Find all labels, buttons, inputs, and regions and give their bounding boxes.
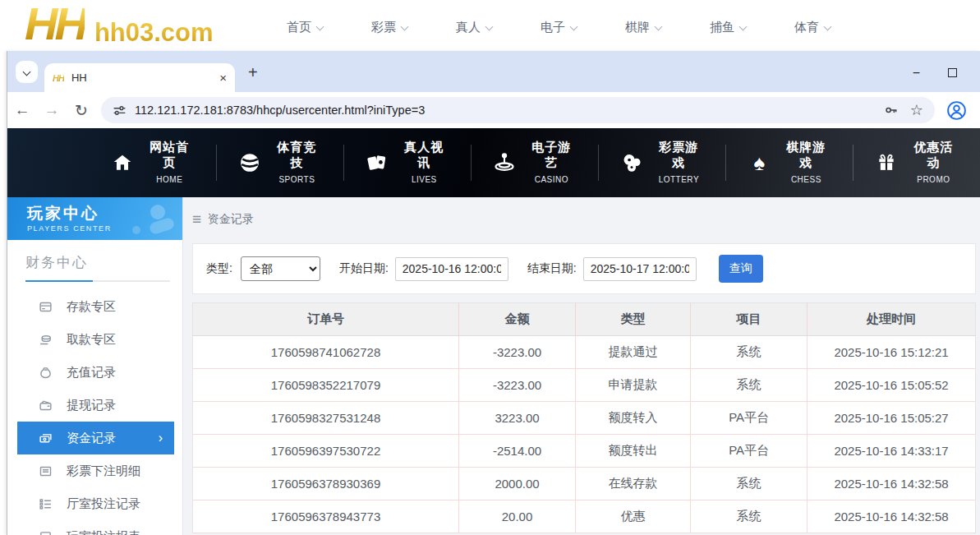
- breadcrumb: ≡ 资金记录: [192, 212, 976, 227]
- tab-search-button[interactable]: [16, 61, 38, 83]
- report-chart-icon: [39, 530, 53, 535]
- col-project: 项目: [691, 303, 807, 336]
- table-row: 17605963789303692000.00在线存款系统2025-10-16 …: [193, 468, 976, 500]
- search-button[interactable]: 查询: [719, 255, 763, 283]
- browser-tab-bar: HH HH × + −: [7, 51, 980, 92]
- sidebar-menu: 存款专区 取款专区 充值记录 提现记录 资金记录 ›: [7, 290, 182, 535]
- bookmark-star-icon[interactable]: ☆: [910, 101, 923, 119]
- hand-money-icon: [39, 333, 53, 347]
- sidebar: 玩家中心 PLAYERS CENTER 财务中心 存款专区 取款专区: [7, 197, 183, 535]
- game-nav-casino[interactable]: 电子游艺CASINO: [471, 145, 598, 181]
- logo-hh-text: HH: [25, 0, 85, 48]
- sidebar-item-withdrawal-record[interactable]: 提现记录: [17, 389, 174, 422]
- browser-tab[interactable]: HH HH ×: [44, 63, 235, 92]
- site-nav-lottery[interactable]: 彩票: [347, 20, 432, 35]
- browser-url-bar: ← → ↻ 112.121.172.181:8783/hhcp/usercent…: [7, 92, 980, 128]
- gift-icon: [875, 150, 899, 175]
- spade-icon: ♠: [748, 150, 771, 175]
- site-nav-fishing[interactable]: 捕鱼: [686, 20, 771, 35]
- game-nav-home[interactable]: 网站首页HOME: [90, 145, 216, 181]
- chevron-down-icon: [739, 22, 748, 30]
- site-nav-chess[interactable]: 棋牌: [601, 20, 686, 35]
- sidebar-item-deposit[interactable]: 存款专区: [17, 290, 174, 323]
- section-divider: [25, 280, 170, 282]
- browser-window: HH HH × + − ← → ↻ 112.121.172.181:8783/h…: [7, 51, 980, 535]
- type-label: 类型:: [206, 261, 232, 276]
- new-tab-button[interactable]: +: [248, 63, 258, 82]
- tab-close-icon[interactable]: ×: [219, 71, 227, 85]
- menu-icon[interactable]: ≡: [192, 214, 201, 225]
- roulette-icon: [493, 150, 517, 175]
- site-nav-home[interactable]: 首页: [263, 20, 347, 35]
- profile-icon[interactable]: [946, 100, 967, 121]
- sports-ball-icon: [238, 150, 262, 175]
- site-logo[interactable]: HH hh03.com: [25, 0, 214, 48]
- wallet-icon: [39, 399, 53, 413]
- window-controls: −: [913, 68, 980, 92]
- site-nav: 首页 彩票 真人 电子 棋牌 捕鱼 体育: [263, 20, 855, 35]
- col-order-no: 订单号: [193, 303, 459, 336]
- game-nav-sports[interactable]: 体育竞技SPORTS: [216, 145, 343, 181]
- col-type: 类型: [576, 303, 691, 336]
- finance-center-title: 财务中心: [25, 253, 182, 272]
- start-date-label: 开始日期:: [339, 261, 389, 276]
- sidebar-item-withdraw[interactable]: 取款专区: [17, 323, 174, 356]
- chevron-down-icon: [485, 22, 494, 30]
- cards-icon: [366, 150, 389, 175]
- game-nav-lottery[interactable]: 彩票游戏LOTTERY: [598, 145, 725, 181]
- forward-button[interactable]: →: [37, 101, 67, 119]
- game-nav-promo[interactable]: 优惠活动PROMO: [853, 145, 980, 181]
- end-date-input[interactable]: [583, 257, 697, 281]
- game-nav: 网站首页HOME 体育竞技SPORTS 真人视讯LIVES 电子游艺CASINO…: [7, 128, 980, 197]
- chevron-down-icon: [824, 22, 832, 30]
- chevron-down-icon: [401, 22, 409, 30]
- col-amount: 金额: [459, 303, 576, 336]
- table-row: 1760598741062728-3223.00提款通过系统2025-10-16…: [193, 336, 976, 369]
- gamepad-decoration-icon: [117, 201, 177, 240]
- sidebar-item-hall-bet-record[interactable]: 厅室投注记录: [17, 487, 174, 520]
- start-date-input[interactable]: [395, 257, 508, 281]
- favicon-icon: HH: [53, 73, 64, 83]
- chevron-down-icon: [570, 22, 578, 30]
- table-row: 1760598352217079-3223.00申请提款系统2025-10-16…: [193, 369, 976, 402]
- site-nav-sports[interactable]: 体育: [771, 20, 855, 35]
- site-info-icon[interactable]: [113, 104, 127, 118]
- back-button[interactable]: ←: [7, 101, 37, 119]
- game-nav-lives[interactable]: 真人视讯LIVES: [343, 145, 471, 181]
- lottery-balls-icon: [620, 150, 644, 175]
- chevron-down-icon: [23, 68, 31, 76]
- url-field[interactable]: 112.121.172.181:8783/hhcp/usercenter.htm…: [101, 97, 935, 123]
- site-nav-live[interactable]: 真人: [432, 20, 517, 35]
- main-panel: ≡ 资金记录 类型: 全部 开始日期: 结束日期: 查询 订单号 金额: [183, 197, 980, 535]
- table-row: 176059637894377320.00优惠系统2025-10-16 14:3…: [193, 500, 976, 533]
- page-title: 资金记录: [208, 212, 254, 227]
- password-key-icon[interactable]: [884, 103, 899, 118]
- chevron-down-icon: [316, 22, 324, 30]
- maximize-button[interactable]: [948, 68, 957, 77]
- finance-center-section: 财务中心: [7, 240, 182, 282]
- site-nav-slots[interactable]: 电子: [517, 20, 601, 35]
- chevron-down-icon: [655, 22, 663, 30]
- checklist-icon: [39, 497, 53, 511]
- table-row: 17605983275312483223.00额度转入PA平台2025-10-1…: [193, 402, 976, 435]
- players-center-header: 玩家中心 PLAYERS CENTER: [7, 197, 182, 240]
- sidebar-item-lottery-bet-detail[interactable]: 彩票下注明细: [17, 454, 174, 487]
- col-time: 处理时间: [807, 303, 976, 336]
- sidebar-item-funds-record[interactable]: 资金记录 ›: [17, 422, 174, 454]
- money-bag-icon: [39, 366, 53, 380]
- site-header: HH hh03.com 首页 彩票 真人 电子 棋牌 捕鱼 体育: [0, 0, 980, 51]
- minimize-button[interactable]: −: [913, 69, 920, 77]
- banknotes-icon: [39, 431, 53, 445]
- type-select[interactable]: 全部: [241, 256, 320, 281]
- deposit-card-icon: [39, 300, 53, 314]
- tab-title: HH: [71, 71, 87, 84]
- table-header-row: 订单号 金额 类型 项目 处理时间: [193, 303, 976, 336]
- end-date-label: 结束日期:: [527, 261, 577, 276]
- reload-button[interactable]: ↻: [67, 101, 96, 120]
- game-nav-chess[interactable]: ♠ 棋牌游戏CHESS: [725, 145, 853, 181]
- sidebar-item-player-bet-report[interactable]: 玩家投注报表: [17, 520, 174, 535]
- home-icon: [111, 150, 135, 175]
- list-detail-icon: [39, 464, 53, 478]
- sidebar-item-recharge-record[interactable]: 充值记录: [17, 356, 174, 389]
- chevron-right-icon: ›: [159, 431, 163, 445]
